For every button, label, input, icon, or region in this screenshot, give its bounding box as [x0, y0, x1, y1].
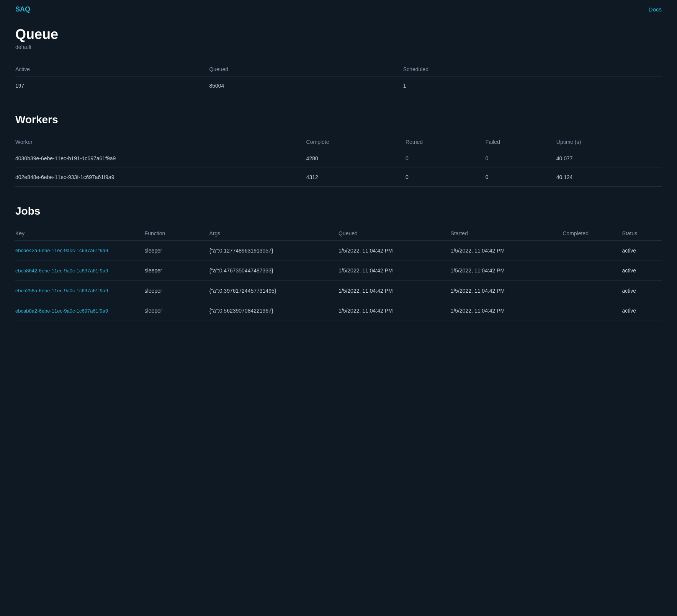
job-args-4: {"a":0.5623907084221967} [209, 301, 338, 321]
page-title: Queue [15, 26, 662, 42]
jobs-header-args: Args [209, 227, 338, 241]
worker-failed-1: 0 [486, 149, 556, 168]
queue-queued-value: 85004 [209, 77, 403, 95]
job-key-link-4[interactable]: ebcab8a2-6ebe-11ec-9a0c-1c697a61f9a9 [15, 308, 108, 314]
job-key-1: ebcbe42a-6ebe-11ec-9a0c-1c697a61f9a9 [15, 241, 145, 261]
job-function-3: sleeper [145, 281, 209, 301]
worker-row: d030b39e-6ebe-11ec-b191-1c697a61f9a9 428… [15, 149, 662, 168]
job-started-2: 1/5/2022, 11:04:42 PM [451, 261, 563, 281]
job-args-2: {"a":0.4767350447487333} [209, 261, 338, 281]
workers-header-retried: Retried [406, 135, 486, 149]
main-content: Queue default Active Queued Scheduled 19… [0, 19, 677, 355]
worker-id-2: d02e848e-6ebe-11ec-933f-1c697a61f9a9 [15, 168, 306, 187]
jobs-header-key: Key [15, 227, 145, 241]
queue-row: 197 85004 1 [15, 77, 662, 95]
job-row: ebcab8a2-6ebe-11ec-9a0c-1c697a61f9a9 sle… [15, 301, 662, 321]
jobs-table: Key Function Args Queued Started Complet… [15, 227, 662, 321]
jobs-header-function: Function [145, 227, 209, 241]
job-completed-1 [563, 241, 622, 261]
jobs-section: Jobs Key Function Args Queued Started Co… [15, 205, 662, 321]
queue-header-scheduled: Scheduled [403, 62, 662, 77]
jobs-section-title: Jobs [15, 205, 662, 217]
job-args-1: {"a":0.1277489631913057} [209, 241, 338, 261]
job-queued-3: 1/5/2022, 11:04:42 PM [338, 281, 451, 301]
job-completed-4 [563, 301, 622, 321]
worker-failed-2: 0 [486, 168, 556, 187]
job-function-1: sleeper [145, 241, 209, 261]
jobs-header-status: Status [622, 227, 662, 241]
job-started-1: 1/5/2022, 11:04:42 PM [451, 241, 563, 261]
job-started-3: 1/5/2022, 11:04:42 PM [451, 281, 563, 301]
jobs-header-started: Started [451, 227, 563, 241]
job-function-2: sleeper [145, 261, 209, 281]
worker-retried-2: 0 [406, 168, 486, 187]
job-row: ebcbe42a-6ebe-11ec-9a0c-1c697a61f9a9 sle… [15, 241, 662, 261]
worker-complete-2: 4312 [306, 168, 406, 187]
jobs-header-completed: Completed [563, 227, 622, 241]
job-args-3: {"a":0.39761724457731495} [209, 281, 338, 301]
job-started-4: 1/5/2022, 11:04:42 PM [451, 301, 563, 321]
worker-retried-1: 0 [406, 149, 486, 168]
job-queued-4: 1/5/2022, 11:04:42 PM [338, 301, 451, 321]
job-key-link-1[interactable]: ebcbe42a-6ebe-11ec-9a0c-1c697a61f9a9 [15, 248, 108, 253]
queue-header-active: Active [15, 62, 209, 77]
workers-header-failed: Failed [486, 135, 556, 149]
queue-header-queued: Queued [209, 62, 403, 77]
job-completed-3 [563, 281, 622, 301]
job-key-link-2[interactable]: ebcb8642-6ebe-11ec-9a0c-1c697a61f9a9 [15, 268, 108, 274]
worker-complete-1: 4280 [306, 149, 406, 168]
job-completed-2 [563, 261, 622, 281]
job-key-3: ebcb258a-6ebe-11ec-9a0c-1c697a61f9a9 [15, 281, 145, 301]
worker-uptime-2: 40.124 [556, 168, 662, 187]
workers-section-title: Workers [15, 114, 662, 126]
docs-link[interactable]: Docs [649, 6, 662, 13]
job-queued-2: 1/5/2022, 11:04:42 PM [338, 261, 451, 281]
workers-table: Worker Complete Retried Failed Uptime (s… [15, 135, 662, 187]
job-row: ebcb8642-6ebe-11ec-9a0c-1c697a61f9a9 sle… [15, 261, 662, 281]
app-header: SAQ Docs [0, 0, 677, 19]
jobs-header-queued: Queued [338, 227, 451, 241]
job-status-3: active [622, 281, 662, 301]
job-key-2: ebcb8642-6ebe-11ec-9a0c-1c697a61f9a9 [15, 261, 145, 281]
job-status-2: active [622, 261, 662, 281]
workers-section: Workers Worker Complete Retried Failed U… [15, 114, 662, 187]
queue-scheduled-value: 1 [403, 77, 662, 95]
job-key-4: ebcab8a2-6ebe-11ec-9a0c-1c697a61f9a9 [15, 301, 145, 321]
job-key-link-3[interactable]: ebcb258a-6ebe-11ec-9a0c-1c697a61f9a9 [15, 288, 108, 293]
workers-header-worker: Worker [15, 135, 306, 149]
queue-table: Active Queued Scheduled 197 85004 1 [15, 62, 662, 95]
job-status-4: active [622, 301, 662, 321]
job-status-1: active [622, 241, 662, 261]
brand-logo[interactable]: SAQ [15, 5, 30, 13]
job-function-4: sleeper [145, 301, 209, 321]
worker-uptime-1: 40.077 [556, 149, 662, 168]
worker-id-1: d030b39e-6ebe-11ec-b191-1c697a61f9a9 [15, 149, 306, 168]
queue-active-value: 197 [15, 77, 209, 95]
job-row: ebcb258a-6ebe-11ec-9a0c-1c697a61f9a9 sle… [15, 281, 662, 301]
workers-header-uptime: Uptime (s) [556, 135, 662, 149]
worker-row: d02e848e-6ebe-11ec-933f-1c697a61f9a9 431… [15, 168, 662, 187]
workers-header-complete: Complete [306, 135, 406, 149]
page-subtitle: default [15, 44, 662, 50]
job-queued-1: 1/5/2022, 11:04:42 PM [338, 241, 451, 261]
